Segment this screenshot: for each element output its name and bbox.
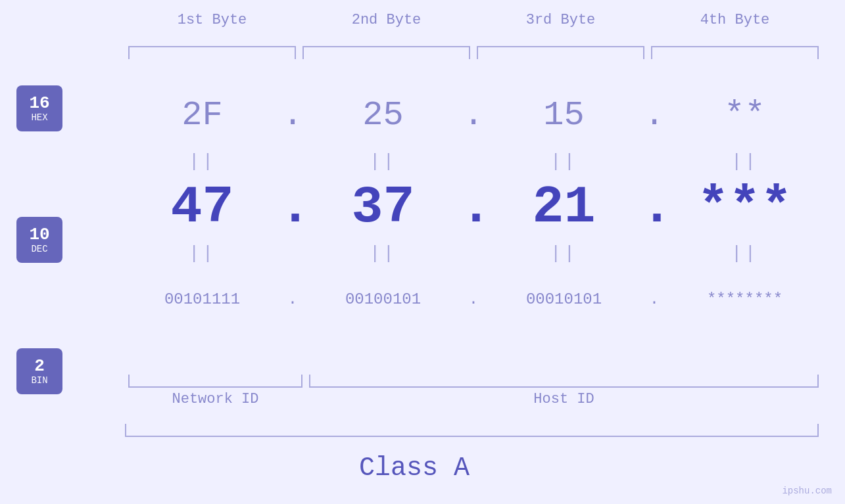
- id-labels: Network ID Host ID: [125, 391, 822, 407]
- hex-dot-3: .: [641, 96, 667, 135]
- equals-1-2: ||: [306, 151, 460, 172]
- top-brackets: [125, 46, 822, 59]
- hex-cell-3: 15: [487, 96, 641, 135]
- hex-cell-2: 25: [306, 96, 460, 135]
- bin-cell-4: ********: [667, 290, 822, 308]
- bin-badge: 2 BIN: [16, 348, 62, 394]
- top-bracket-3: [477, 46, 644, 59]
- hex-dot-2: .: [460, 96, 487, 135]
- hex-value-4: **: [724, 96, 765, 135]
- dec-value-3: 21: [532, 177, 595, 237]
- bottom-brackets: [125, 375, 822, 388]
- hex-badge-label: HEX: [31, 112, 47, 123]
- byte-header-2: 2nd Byte: [299, 12, 473, 28]
- network-id-label: Network ID: [125, 391, 306, 407]
- equals-row-2: || || || ||: [125, 237, 822, 269]
- hex-value-3: 15: [543, 96, 584, 135]
- dec-dot-2: .: [460, 177, 487, 237]
- host-id-label: Host ID: [306, 391, 822, 407]
- main-container: 1st Byte 2nd Byte 3rd Byte 4th Byte 16 H…: [0, 0, 845, 504]
- byte-header-3: 3rd Byte: [473, 12, 648, 28]
- byte-headers: 1st Byte 2nd Byte 3rd Byte 4th Byte: [125, 12, 822, 28]
- dec-value-2: 37: [351, 177, 414, 237]
- bin-badge-number: 2: [34, 357, 45, 376]
- class-label: Class A: [0, 453, 829, 483]
- hex-cell-1: 2F: [125, 96, 279, 135]
- class-bracket: [125, 424, 819, 437]
- bin-dot-2: .: [460, 290, 487, 308]
- equals-1-3: ||: [487, 151, 641, 172]
- equals-1-1: ||: [125, 151, 279, 172]
- host-id-bracket: [309, 375, 819, 388]
- badges-column: 16 HEX 10 DEC 2 BIN: [16, 85, 62, 394]
- hex-badge: 16 HEX: [16, 85, 62, 131]
- dec-badge-number: 10: [29, 225, 49, 244]
- hex-cell-4: **: [667, 96, 822, 135]
- bin-dot-1: .: [279, 290, 306, 308]
- dec-cell-2: 37: [306, 177, 460, 237]
- hex-value-2: 25: [362, 96, 403, 135]
- bin-value-3: 00010101: [526, 290, 602, 308]
- equals-2-1: ||: [125, 243, 279, 263]
- hex-badge-number: 16: [29, 94, 49, 113]
- dec-dot-3: .: [641, 177, 667, 237]
- network-id-bracket: [128, 375, 302, 388]
- dec-value-4: ***: [697, 177, 792, 237]
- bin-value-2: 00100101: [345, 290, 421, 308]
- top-bracket-4: [651, 46, 819, 59]
- hex-value-1: 2F: [181, 96, 222, 135]
- bin-cell-1: 00101111: [125, 290, 279, 308]
- equals-1-4: ||: [667, 151, 822, 172]
- equals-2-2: ||: [306, 243, 460, 263]
- bin-value-4: ********: [707, 290, 783, 308]
- byte-header-4: 4th Byte: [648, 12, 822, 28]
- dec-badge: 10 DEC: [16, 217, 62, 263]
- top-bracket-2: [302, 46, 470, 59]
- dec-badge-label: DEC: [31, 244, 47, 254]
- dec-cell-4: ***: [667, 177, 822, 237]
- dec-dot-1: .: [279, 177, 306, 237]
- bin-badge-label: BIN: [31, 375, 47, 386]
- bin-row: 00101111 . 00100101 . 00010101 . *******…: [125, 269, 822, 329]
- equals-2-4: ||: [667, 243, 822, 263]
- equals-2-3: ||: [487, 243, 641, 263]
- rows-area: 2F . 25 . 15 . ** || ||: [125, 72, 822, 329]
- byte-header-1: 1st Byte: [125, 12, 299, 28]
- hex-row: 2F . 25 . 15 . **: [125, 85, 822, 145]
- dec-cell-3: 21: [487, 177, 641, 237]
- dec-row: 47 . 37 . 21 . ***: [125, 177, 822, 237]
- bin-value-1: 00101111: [164, 290, 240, 308]
- bin-dot-3: .: [641, 290, 667, 308]
- dec-value-1: 47: [170, 177, 233, 237]
- bin-cell-3: 00010101: [487, 290, 641, 308]
- top-bracket-1: [128, 46, 296, 59]
- dec-cell-1: 47: [125, 177, 279, 237]
- watermark: ipshu.com: [782, 486, 832, 496]
- hex-dot-1: .: [279, 96, 306, 135]
- equals-row-1: || || || ||: [125, 145, 822, 177]
- bin-cell-2: 00100101: [306, 290, 460, 308]
